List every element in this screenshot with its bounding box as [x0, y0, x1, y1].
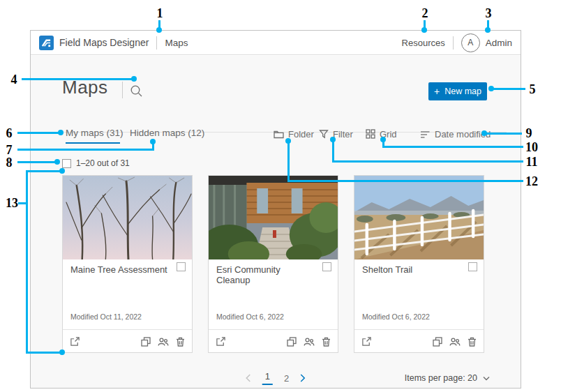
card-title: Shelton Trail	[362, 264, 460, 275]
items-per-page-label: Items per page: 20	[405, 373, 477, 383]
callout-number-2: 2	[422, 6, 428, 21]
filter-label: Filter	[333, 129, 353, 140]
callout-line	[17, 132, 60, 134]
callout-line	[17, 161, 57, 163]
card-footer	[354, 329, 484, 353]
card-thumbnail-building	[209, 176, 338, 259]
tab-hidden-maps[interactable]: Hidden maps (12)	[130, 128, 204, 143]
callout-number-4: 4	[11, 73, 17, 87]
delete-icon[interactable]	[322, 337, 331, 347]
app-header: Field Maps Designer Maps Resources A Adm…	[31, 31, 521, 55]
callout-line	[26, 352, 63, 354]
callout-number-13: 13	[6, 196, 18, 211]
callout-line	[382, 146, 523, 148]
chevron-right-icon[interactable]	[300, 374, 306, 382]
filter-control[interactable]: Filter	[319, 128, 353, 140]
search-icon[interactable]	[130, 84, 143, 100]
new-map-button[interactable]: + New map	[428, 82, 487, 100]
duplicate-icon[interactable]	[287, 337, 297, 347]
callout-dot	[59, 349, 65, 355]
callout-dot	[58, 130, 63, 135]
avatar[interactable]: A	[461, 33, 480, 52]
callout-number-5: 5	[530, 82, 536, 97]
callout-line	[485, 133, 522, 135]
callout-number-11: 11	[525, 155, 537, 169]
callout-line	[26, 170, 28, 354]
grid-icon	[366, 129, 375, 139]
sort-icon	[420, 130, 431, 139]
filter-icon	[319, 129, 329, 139]
callout-line	[332, 139, 334, 163]
card-checkbox[interactable]	[177, 262, 186, 271]
esri-logo-icon	[39, 36, 54, 50]
card-footer	[63, 329, 192, 353]
callout-number-10: 10	[525, 140, 538, 155]
callout-line	[287, 140, 290, 182]
card-title: Esri Community Cleanup	[216, 264, 314, 285]
folder-control[interactable]: Folder	[274, 128, 314, 140]
selection-count-label: 1–20 out of 31	[76, 158, 130, 168]
sort-control[interactable]: Date modified	[420, 128, 491, 140]
app-title: Field Maps Designer	[59, 37, 149, 48]
map-card[interactable]: Esri Community Cleanup Modified Oct 6, 2…	[208, 175, 338, 353]
chevron-left-icon[interactable]	[246, 374, 251, 382]
open-map-icon[interactable]	[361, 336, 372, 347]
callout-dot	[150, 139, 156, 144]
items-per-page-select[interactable]: Items per page: 20	[405, 373, 490, 383]
share-group-icon[interactable]	[158, 337, 169, 347]
screenshot: Field Maps Designer Maps Resources A Adm…	[0, 0, 561, 392]
user-menu[interactable]: Admin	[486, 38, 512, 48]
share-group-icon[interactable]	[449, 337, 461, 347]
card-modified-date: Modified Oct 11, 2022	[70, 312, 142, 321]
delete-icon[interactable]	[176, 337, 185, 347]
callout-dot	[285, 138, 291, 144]
callout-number-1: 1	[157, 6, 163, 21]
share-group-icon[interactable]	[304, 337, 315, 347]
map-card[interactable]: Shelton Trail Modified Oct 6, 2022	[354, 175, 484, 353]
nav-resources[interactable]: Resources	[402, 38, 445, 48]
chevron-down-icon	[483, 376, 490, 381]
callout-dot	[131, 76, 137, 82]
callout-dot	[156, 27, 162, 33]
active-tab-underline	[66, 142, 120, 144]
map-card[interactable]: Maine Tree Assessment Modified Oct 11, 2…	[62, 175, 193, 353]
callout-dot	[54, 159, 60, 165]
card-checkbox[interactable]	[322, 262, 331, 271]
callout-line	[22, 78, 133, 80]
delete-icon[interactable]	[468, 337, 477, 347]
content-area: Maps + New map My maps (31) Hidden maps …	[31, 56, 521, 388]
open-map-icon[interactable]	[216, 336, 226, 347]
callout-dot	[421, 27, 427, 33]
card-checkbox[interactable]	[468, 262, 477, 271]
callout-number-8: 8	[6, 156, 13, 170]
callout-line	[18, 202, 27, 204]
app-window: Field Maps Designer Maps Resources A Adm…	[30, 30, 521, 389]
card-footer	[209, 329, 338, 353]
callout-dot	[488, 86, 494, 91]
new-map-label: New map	[444, 86, 481, 96]
callout-dot	[59, 168, 65, 174]
folder-icon	[274, 130, 284, 139]
card-modified-date: Modified Oct 6, 2022	[216, 312, 284, 321]
header-divider	[156, 36, 157, 50]
callout-dot	[485, 27, 491, 33]
callout-dot	[330, 137, 336, 142]
select-all-checkbox[interactable]	[62, 159, 71, 168]
duplicate-icon[interactable]	[433, 337, 442, 347]
page-1[interactable]: 1	[262, 371, 273, 385]
tab-my-maps[interactable]: My maps (31)	[66, 128, 124, 143]
open-map-icon[interactable]	[70, 336, 80, 347]
page-2[interactable]: 2	[284, 373, 289, 384]
callout-number-9: 9	[526, 126, 532, 141]
card-title: Maine Tree Assessment	[70, 264, 168, 275]
title-divider	[122, 82, 123, 98]
callout-line	[491, 88, 525, 90]
callout-line	[26, 170, 63, 172]
nav-maps[interactable]: Maps	[165, 38, 188, 48]
card-thumbnail-trail	[354, 176, 484, 259]
header-divider-2	[453, 36, 454, 50]
plus-icon: +	[434, 86, 440, 96]
callout-dot	[380, 137, 386, 142]
duplicate-icon[interactable]	[141, 337, 151, 347]
callout-line	[332, 160, 523, 163]
